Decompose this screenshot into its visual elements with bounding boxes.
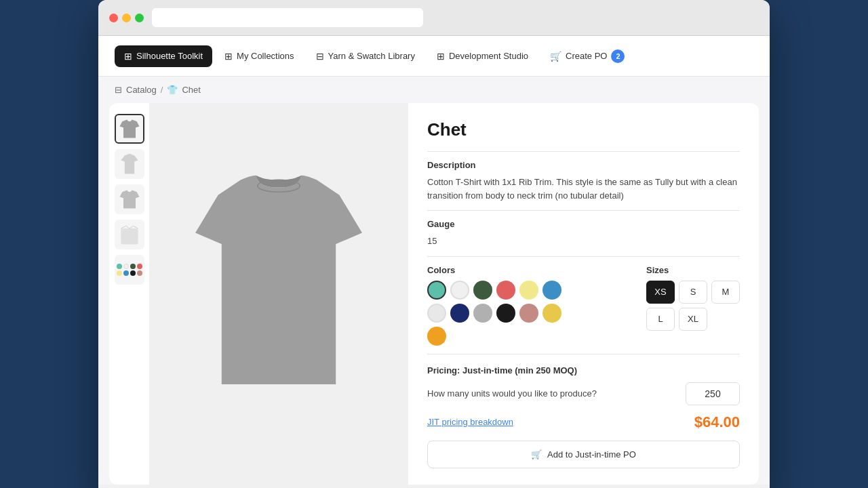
thumbnail-3[interactable]: [115, 184, 144, 214]
breadcrumb-current: Chet: [182, 85, 200, 95]
colors-sizes-row: Colors Sizes XSSMLXL: [427, 265, 740, 346]
color-swatch-3[interactable]: [496, 281, 515, 300]
nav-collections-label: My Collections: [237, 51, 294, 61]
description-value: Cotton T-Shirt with 1x1 Rib Trim. This s…: [427, 176, 740, 202]
thumbnail-2[interactable]: [115, 149, 144, 179]
color-swatch-1[interactable]: [450, 281, 469, 300]
nav-create-po[interactable]: 🛒 Create PO 2: [540, 44, 634, 68]
color-swatch-10[interactable]: [519, 304, 538, 323]
yarn-icon: ⊟: [316, 51, 324, 62]
nav-my-collections[interactable]: ⊞ My Collections: [215, 45, 304, 67]
color-swatch-7[interactable]: [450, 304, 469, 323]
color-swatch-11[interactable]: [542, 304, 561, 323]
colors-label: Colors: [427, 265, 625, 275]
collections-icon: ⊞: [224, 51, 233, 62]
size-grid: XSSMLXL: [646, 281, 740, 331]
browser-chrome: [98, 0, 770, 36]
color-grid: [427, 281, 625, 346]
size-btn-s[interactable]: S: [679, 281, 707, 304]
product-title: Chet: [427, 119, 740, 140]
thumbnail-1[interactable]: [115, 114, 144, 144]
color-swatch-12[interactable]: [427, 327, 446, 346]
size-btn-xs[interactable]: XS: [646, 281, 675, 304]
traffic-lights: [109, 14, 144, 22]
close-button[interactable]: [109, 14, 118, 22]
color-swatch-5[interactable]: [542, 281, 561, 300]
cart-icon: 🛒: [550, 51, 561, 62]
nav-yarn-label: Yarn & Swatch Library: [328, 51, 415, 61]
size-btn-xl[interactable]: XL: [679, 308, 707, 331]
nav-bar: ⊞ Silhouette Toolkit ⊞ My Collections ⊟ …: [98, 36, 770, 77]
url-bar[interactable]: [152, 8, 423, 27]
breadcrumb-icon: ⊟: [115, 85, 122, 95]
breadcrumb-item-icon: 👕: [167, 85, 178, 95]
quantity-label: How many units would you like to produce…: [427, 388, 597, 399]
browser-window: ⊞ Silhouette Toolkit ⊞ My Collections ⊟ …: [98, 0, 770, 488]
nav-silhouette-label: Silhouette Toolkit: [136, 51, 203, 61]
minimize-button[interactable]: [122, 14, 131, 22]
breadcrumb-catalog[interactable]: Catalog: [126, 85, 157, 95]
nav-create-po-label: Create PO: [566, 51, 607, 61]
size-btn-l[interactable]: L: [646, 308, 675, 331]
gauge-divider: [427, 256, 740, 257]
pricing-section: Pricing: Just-in-time (min 250 MOQ) How …: [427, 365, 740, 468]
gauge-value: 15: [427, 235, 740, 248]
nav-yarn-library[interactable]: ⊟ Yarn & Swatch Library: [307, 45, 425, 67]
main-content: Chet Description Cotton T-Shirt with 1x1…: [109, 103, 759, 485]
breadcrumb: ⊟ Catalog / 👕 Chet: [98, 77, 770, 103]
color-swatch-8[interactable]: [473, 304, 492, 323]
color-swatch-4[interactable]: [519, 281, 538, 300]
color-swatch-2[interactable]: [473, 281, 492, 300]
add-to-po-button[interactable]: 🛒 Add to Just-in-time PO: [427, 441, 740, 468]
svg-rect-0: [121, 228, 138, 244]
price-value: $64.00: [694, 413, 740, 431]
jit-link[interactable]: JIT pricing breakdown: [427, 417, 513, 427]
gauge-label: Gauge: [427, 219, 740, 229]
color-swatch-6[interactable]: [427, 304, 446, 323]
nav-silhouette-toolkit[interactable]: ⊞ Silhouette Toolkit: [115, 45, 212, 67]
pricing-label: Pricing: Just-in-time (min 250 MOQ): [427, 365, 740, 375]
thumbnail-list: [109, 103, 150, 485]
maximize-button[interactable]: [135, 14, 144, 22]
quantity-input[interactable]: [686, 382, 740, 405]
nav-dev-label: Development Studio: [449, 51, 528, 61]
product-details: Chet Description Cotton T-Shirt with 1x1…: [408, 103, 759, 485]
color-swatch-9[interactable]: [496, 304, 515, 323]
description-label: Description: [427, 160, 740, 170]
quantity-row: How many units would you like to produce…: [427, 382, 740, 405]
product-image-area: [150, 103, 408, 485]
cart-icon-btn: 🛒: [531, 449, 542, 460]
colors-section: Colors: [427, 265, 625, 346]
browser-content: ⊞ Silhouette Toolkit ⊞ My Collections ⊟ …: [98, 36, 770, 485]
color-swatch-0[interactable]: [427, 281, 446, 300]
product-image-svg: [170, 165, 387, 422]
title-divider: [427, 151, 740, 152]
add-to-po-label: Add to Just-in-time PO: [547, 449, 636, 460]
nav-development-studio[interactable]: ⊞ Development Studio: [427, 45, 538, 67]
colors-divider: [427, 354, 740, 354]
sizes-label: Sizes: [646, 265, 740, 275]
thumbnail-5[interactable]: [115, 255, 144, 285]
breadcrumb-sep: /: [161, 85, 163, 95]
silhouette-icon: ⊞: [124, 51, 132, 62]
sizes-section: Sizes XSSMLXL: [646, 265, 740, 331]
price-row: JIT pricing breakdown $64.00: [427, 413, 740, 431]
dev-icon: ⊞: [437, 51, 445, 62]
size-btn-m[interactable]: M: [711, 281, 740, 304]
thumbnail-4[interactable]: [115, 220, 144, 249]
desc-divider: [427, 210, 740, 211]
po-badge: 2: [611, 49, 625, 63]
